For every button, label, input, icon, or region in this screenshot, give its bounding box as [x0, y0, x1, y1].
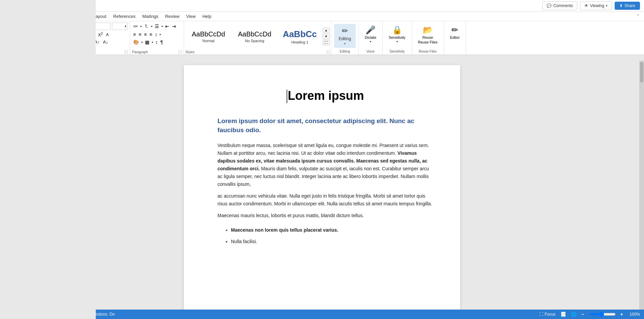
paste-icon: 📋 [6, 25, 18, 34]
zoom-slider[interactable] [589, 312, 616, 317]
menu-item-home[interactable]: Home [16, 12, 35, 21]
shading-dropdown-button[interactable]: ▾ [141, 40, 143, 45]
style-normal[interactable]: AaBbCcDd Normal [185, 26, 232, 47]
italic-button[interactable]: I [65, 31, 70, 38]
decrease-font-button[interactable]: A↓ [101, 39, 109, 45]
style-no-spacing[interactable]: AaBbCcDd No Spacing [232, 26, 278, 47]
zoom-out-button[interactable]: − [581, 312, 584, 317]
menu-item-draw[interactable]: Draw [53, 12, 69, 21]
align-left-button[interactable]: ≡ [132, 31, 137, 38]
zoom-level: 100% [628, 312, 640, 317]
ribbon: 📋 Paste ✂ Cut 📄 Copy 🖌 Format Painter [0, 21, 644, 55]
borders-dropdown-button[interactable]: ▾ [151, 40, 154, 45]
cut-icon: ✂ [23, 26, 26, 31]
scrollbar-thumb[interactable] [640, 62, 643, 82]
paste-button[interactable]: 📋 Paste [3, 24, 21, 40]
web-layout-button[interactable]: 🌐 [571, 312, 577, 317]
print-layout-button[interactable]: 📃 [560, 312, 566, 317]
copy-button[interactable]: 📄 Copy [21, 32, 54, 39]
font-color-button[interactable]: A [58, 39, 63, 45]
font-name-input[interactable] [58, 23, 111, 30]
menu-item-layout[interactable]: Layout [90, 12, 110, 21]
cut-button[interactable]: ✂ Cut [21, 25, 54, 32]
menu-item-insert[interactable]: Insert [35, 12, 53, 21]
style-heading1[interactable]: AaBbCc Heading 1 [278, 26, 322, 47]
editing-dropdown-icon: ▾ [344, 42, 346, 45]
shading-button[interactable]: 🎨 [132, 39, 140, 46]
show-marks-button[interactable]: ¶ [159, 39, 164, 46]
highlight-button[interactable]: 🖍 [67, 39, 73, 45]
underline-button[interactable]: U [71, 31, 77, 38]
decrease-indent-button[interactable]: ⇤ [164, 23, 170, 30]
sensitivity-icon: 🔒 [392, 25, 402, 35]
increase-font-button[interactable]: A↑ [93, 39, 101, 45]
clear-formatting-button[interactable]: A [105, 32, 110, 38]
editing-mode-button[interactable]: ✏ Editing ▾ [334, 24, 356, 48]
viewing-button[interactable]: 👁 Viewing ▾ [580, 1, 612, 10]
zoom-in-button[interactable]: + [620, 312, 623, 317]
format-painter-icon: 🖌 [23, 40, 27, 45]
multilevel-list-button[interactable]: ☰ [154, 23, 160, 30]
subscript-button[interactable]: X2 [89, 31, 96, 38]
styles-scroll-down-button[interactable]: ▼ [323, 34, 330, 39]
font-expand-button[interactable]: ⛶ [125, 51, 128, 54]
increase-indent-button[interactable]: ⇥ [171, 23, 177, 30]
reuse-files-button[interactable]: 📂 Reuse Reuse Files [415, 24, 441, 46]
menu-item-help[interactable]: Help [199, 12, 215, 21]
underline-dropdown-button[interactable]: ▾ [77, 32, 80, 37]
comments-button[interactable]: 💬 Comments [542, 1, 577, 10]
clipboard-expand-button[interactable]: ⛶ [51, 51, 54, 54]
multilevel-dropdown-button[interactable]: ▾ [161, 24, 164, 29]
superscript-button[interactable]: X2 [97, 31, 104, 38]
format-painter-button[interactable]: 🖌 Format Painter [21, 39, 54, 46]
strikethrough-button[interactable]: ab [81, 31, 88, 38]
font-size-input[interactable]: 28 [112, 24, 124, 29]
editor-button[interactable]: ✏ Editor [447, 24, 463, 41]
collapse-ribbon-button[interactable]: ˄ [634, 12, 642, 20]
paragraph-group: ≔ ▾ ⒈ ▾ ☰ ▾ ⇤ ⇥ ≡ ≡ ≡ ≡ ↕ ▾ 🎨 ▾ ▦ ▾ ↕ ¶ … [130, 21, 184, 55]
styles-group-expand-button[interactable]: ⛶ [327, 51, 330, 54]
copy-icon: 📄 [23, 33, 28, 38]
viewing-chevron-icon: ▾ [606, 4, 608, 7]
document-page[interactable]: Lorem ipsum Lorem ipsum dolor sit amet, … [184, 65, 460, 310]
text-effects-button[interactable]: A [77, 39, 82, 45]
line-spacing-button[interactable]: ↕ [154, 31, 158, 38]
dictate-button[interactable]: 🎤 Dictate ▾ [361, 24, 380, 45]
bullets-button[interactable]: ≔ [132, 23, 139, 30]
paragraph-expand-button[interactable]: ⛶ [179, 51, 182, 54]
dictate-dropdown-icon: ▾ [370, 40, 371, 43]
numbering-button[interactable]: ⒈ [143, 23, 150, 30]
menu-item-references[interactable]: References [110, 12, 139, 21]
share-button[interactable]: ⬆ Share [615, 2, 640, 10]
document-area[interactable]: Lorem ipsum Lorem ipsum dolor sit amet, … [0, 55, 644, 310]
font-case-button[interactable]: Aa [83, 39, 89, 45]
text-predictions-button[interactable]: ⌨ Text Predictions: On [71, 312, 115, 317]
bullets-dropdown-button[interactable]: ▾ [140, 24, 142, 29]
font-case-dropdown-button[interactable]: ▾ [90, 40, 92, 44]
page-num-icon: 📄 [4, 312, 9, 317]
justify-button[interactable]: ≡ [148, 31, 153, 38]
page-info-button[interactable]: 📄 Page 1 of 25 [4, 312, 33, 317]
menu-item-review[interactable]: Review [162, 12, 183, 21]
line-spacing-dropdown-button[interactable]: ▾ [159, 32, 162, 37]
menu-item-design[interactable]: Design [69, 12, 90, 21]
font-size-dropdown-button[interactable]: ▾ [124, 25, 127, 28]
menu-item-view[interactable]: View [183, 12, 199, 21]
styles-scroll-up-button[interactable]: ▲ [323, 28, 330, 33]
reuse-files-icon: 📂 [423, 25, 433, 35]
menu-item-mailings[interactable]: Mailings [139, 12, 162, 21]
sensitivity-button[interactable]: 🔒 Sensitivity ▾ [385, 24, 409, 45]
numbering-dropdown-button[interactable]: ▾ [150, 24, 153, 29]
borders-button[interactable]: ▦ [144, 39, 150, 46]
styles-expand-button[interactable]: ⛶ [323, 40, 330, 45]
menu-item-file[interactable]: File [2, 12, 16, 21]
focus-button[interactable]: ⛶ Focus [539, 312, 556, 317]
sort-button[interactable]: ↕ [154, 39, 159, 46]
font-color-dropdown-button[interactable]: ▾ [64, 40, 66, 44]
highlight-dropdown-button[interactable]: ▾ [74, 40, 77, 44]
reuse-files-group: 📂 Reuse Reuse Files Reuse Files [412, 21, 444, 55]
align-right-button[interactable]: ≡ [143, 31, 148, 38]
bold-button[interactable]: B [58, 31, 65, 38]
align-center-button[interactable]: ≡ [138, 31, 142, 38]
word-count-button[interactable]: 📝 7434 words [39, 312, 66, 317]
